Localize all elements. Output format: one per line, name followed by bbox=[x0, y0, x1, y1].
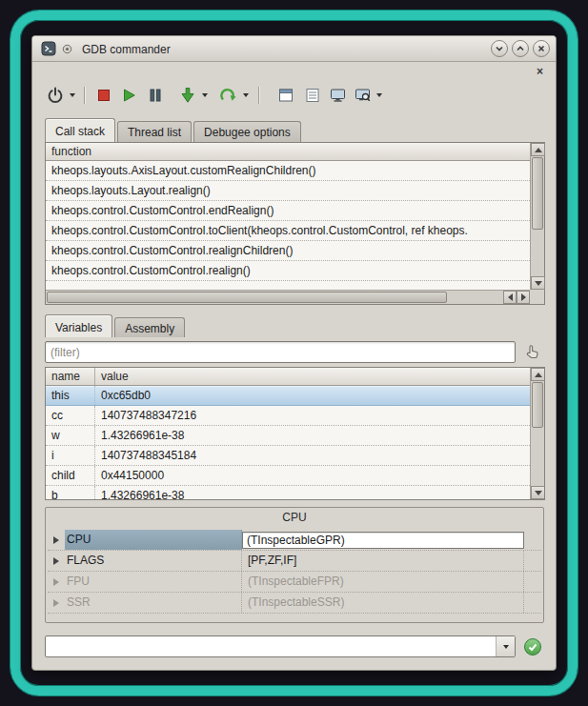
table-row[interactable]: b 1.43266961e-38 bbox=[46, 486, 530, 499]
memory-inspect-dropdown-button[interactable] bbox=[374, 84, 384, 107]
register-value-editor[interactable]: (TInspectableGPR) bbox=[242, 532, 524, 549]
cpu-register-tree: CPU (TInspectableGPR) FLAGS [PF,ZF,IF] F… bbox=[48, 530, 541, 614]
step-over-button[interactable] bbox=[217, 84, 240, 107]
scrollbar-thumb[interactable] bbox=[47, 292, 447, 303]
tab-debugee-options[interactable]: Debugee options bbox=[193, 121, 301, 142]
column-header-name[interactable]: name bbox=[46, 368, 95, 385]
callstack-horizontal-scrollbar[interactable] bbox=[46, 290, 530, 304]
source-window-button[interactable] bbox=[274, 84, 297, 107]
continue-button[interactable] bbox=[117, 84, 140, 107]
step-into-icon bbox=[179, 87, 196, 104]
monitor-icon bbox=[330, 88, 346, 103]
power-icon bbox=[47, 87, 64, 104]
scroll-up-button[interactable] bbox=[531, 368, 545, 381]
register-group-value: (TInspectableFPR) bbox=[242, 572, 524, 592]
maximize-button[interactable] bbox=[512, 40, 529, 57]
play-icon bbox=[120, 87, 137, 104]
titlebar-buttons bbox=[491, 40, 550, 57]
scroll-down-button[interactable] bbox=[531, 276, 545, 290]
var-name: b bbox=[46, 486, 95, 499]
step-over-icon bbox=[220, 87, 237, 104]
tab-variables[interactable]: Variables bbox=[45, 314, 112, 337]
var-name: child bbox=[46, 466, 95, 485]
var-name: this bbox=[46, 386, 95, 405]
tab-assembly[interactable]: Assembly bbox=[114, 317, 185, 337]
arrow-right-icon bbox=[521, 293, 526, 301]
panel-close-button[interactable]: × bbox=[534, 66, 546, 78]
column-header-value[interactable]: value bbox=[95, 368, 530, 385]
cpu-tree-row[interactable]: FPU (TInspectableFPR) bbox=[48, 572, 541, 593]
expression-list-button[interactable] bbox=[301, 84, 324, 107]
scroll-down-button[interactable] bbox=[531, 486, 545, 499]
cpu-tree-row[interactable]: SSR (TInspectableSSR) bbox=[48, 593, 541, 614]
scrollbar-thumb[interactable] bbox=[532, 382, 543, 428]
combo-dropdown-button[interactable] bbox=[496, 636, 515, 656]
register-group-name[interactable]: FLAGS bbox=[65, 551, 242, 571]
var-name: cc bbox=[46, 406, 95, 425]
step-into-dropdown-button[interactable] bbox=[199, 84, 210, 107]
callstack-column-header[interactable]: function bbox=[46, 143, 530, 161]
chevron-down-icon bbox=[243, 93, 249, 97]
register-group-name[interactable]: CPU bbox=[65, 530, 242, 550]
variables-header: name value bbox=[46, 368, 530, 386]
var-value: 1.43266961e-38 bbox=[95, 426, 530, 445]
list-icon bbox=[305, 88, 320, 103]
callstack-row[interactable]: kheops.control.CustomControl.realign() bbox=[46, 261, 530, 281]
table-row[interactable]: cc 140737488347216 bbox=[46, 406, 530, 426]
callstack-row[interactable]: kheops.control.CustomControl.realignChil… bbox=[46, 241, 530, 261]
var-value: 140737488345184 bbox=[95, 446, 530, 465]
scroll-right-button[interactable] bbox=[517, 291, 530, 304]
command-input[interactable] bbox=[47, 637, 493, 656]
scroll-up-button[interactable] bbox=[531, 143, 545, 156]
mid-tab-bar: Variables Assembly bbox=[45, 314, 187, 337]
register-group-name[interactable]: SSR bbox=[65, 593, 242, 613]
titlebar[interactable]: GDB commander bbox=[32, 36, 556, 62]
callstack-vertical-scrollbar[interactable] bbox=[530, 143, 544, 290]
table-row[interactable]: this 0xc65db0 bbox=[46, 386, 530, 406]
callstack-row[interactable]: kheops.control.CustomControl.endRealign(… bbox=[46, 201, 530, 221]
register-group-name[interactable]: FPU bbox=[65, 572, 242, 592]
tab-call-stack[interactable]: Call stack bbox=[45, 118, 115, 142]
filter-row bbox=[45, 341, 545, 363]
pause-button[interactable] bbox=[144, 84, 167, 107]
stop-button[interactable] bbox=[92, 84, 115, 107]
expander-icon[interactable] bbox=[48, 557, 65, 565]
arrow-down-icon bbox=[535, 281, 542, 286]
variables-vertical-scrollbar[interactable] bbox=[530, 368, 544, 499]
confirm-button[interactable] bbox=[524, 638, 541, 656]
tab-thread-list[interactable]: Thread list bbox=[117, 121, 192, 142]
callstack-row[interactable]: kheops.layouts.AxisLayout.customRealignC… bbox=[46, 161, 530, 181]
power-dropdown-button[interactable] bbox=[67, 84, 77, 107]
power-button[interactable] bbox=[44, 84, 67, 107]
scroll-left-button[interactable] bbox=[503, 291, 517, 304]
expander-icon[interactable] bbox=[48, 599, 65, 607]
window-icon bbox=[278, 88, 294, 103]
table-row[interactable]: child 0x44150000 bbox=[46, 466, 530, 486]
window-menu-icon[interactable] bbox=[62, 44, 72, 54]
step-into-button[interactable] bbox=[176, 84, 199, 107]
callstack-row[interactable]: kheops.control.CustomControl.toClient(kh… bbox=[46, 221, 530, 241]
expander-icon[interactable] bbox=[48, 578, 65, 586]
window-title: GDB commander bbox=[82, 43, 171, 56]
scrollbar-thumb[interactable] bbox=[532, 157, 543, 230]
step-over-dropdown-button[interactable] bbox=[240, 84, 251, 107]
expander-icon[interactable] bbox=[48, 536, 65, 544]
callstack-row[interactable]: kheops.layouts.Layout.realign() bbox=[46, 181, 530, 201]
cpu-view-button[interactable] bbox=[326, 84, 349, 107]
toolbar bbox=[44, 81, 546, 110]
var-value: 0xc65db0 bbox=[95, 386, 530, 405]
filter-input[interactable] bbox=[45, 341, 516, 363]
memory-inspect-button[interactable] bbox=[351, 84, 374, 107]
cpu-tree-row[interactable]: CPU (TInspectableGPR) bbox=[48, 530, 541, 551]
table-row[interactable]: w 1.43266961e-38 bbox=[46, 426, 530, 446]
command-combobox[interactable] bbox=[45, 635, 516, 657]
arrow-up-icon bbox=[535, 148, 542, 152]
close-button[interactable] bbox=[533, 40, 550, 57]
cpu-tree-row[interactable]: FLAGS [PF,ZF,IF] bbox=[48, 551, 541, 572]
chevron-down-icon bbox=[202, 93, 208, 97]
table-row[interactable]: i 140737488345184 bbox=[46, 446, 530, 466]
callstack-rows: kheops.layouts.AxisLayout.customRealignC… bbox=[46, 161, 530, 290]
chevron-down-icon bbox=[70, 93, 75, 97]
minimize-button[interactable] bbox=[491, 40, 508, 57]
hand-pointer-icon[interactable] bbox=[523, 343, 540, 360]
